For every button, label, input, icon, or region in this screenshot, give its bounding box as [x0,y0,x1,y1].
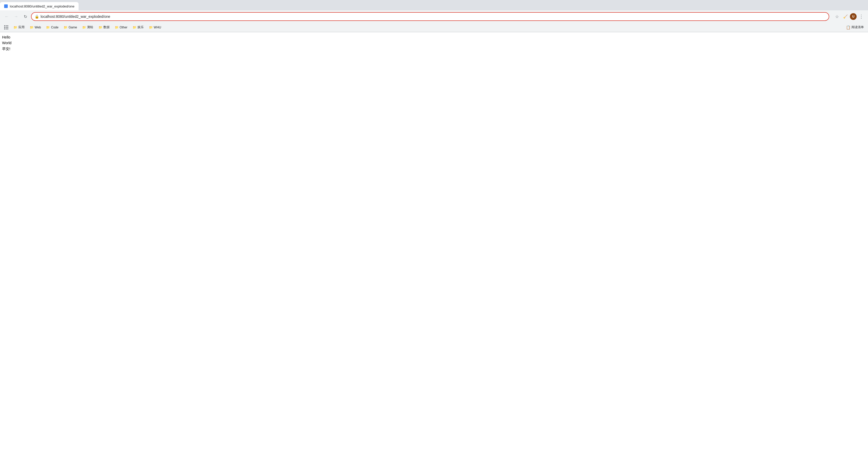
folder-icon-5: 📁 [98,26,102,29]
address-bar-container[interactable]: 🔒 [31,12,829,21]
apps-launcher-button[interactable] [2,24,10,31]
reading-list-label: 阅读清单 [851,25,864,29]
bookmark-label-2: Code [51,26,58,29]
page-content: Hello World 早安! [0,32,868,54]
folder-icon-3: 📁 [64,26,67,29]
folder-icon-2: 📁 [46,26,50,29]
reading-list-button[interactable]: 📋 阅读清单 [844,24,866,31]
folder-icon-0: 📁 [13,26,17,29]
bookmark-item-8[interactable]: 📁 WHU [147,25,163,30]
folder-icon-8: 📁 [149,26,153,29]
address-bar-row: ← → ↻ 🔒 ☆ 🧹 U ⋮ [0,10,868,23]
bookmark-label-4: 测绘 [87,25,93,29]
bookmark-star-button[interactable]: ☆ [833,13,841,20]
refresh-button[interactable]: ↻ [22,13,29,20]
bookmark-item-5[interactable]: 📁 数据 [96,24,112,31]
profile-avatar[interactable]: U [850,13,857,20]
bookmark-item-6[interactable]: 📁 Other [113,25,129,30]
menu-button[interactable]: ⋮ [858,13,865,20]
forward-icon: → [14,14,18,19]
browser-chrome: localhost:8080/untitled2_war_exploded/on… [0,0,868,32]
avatar-initial: U [852,15,855,18]
back-button[interactable]: ← [3,13,10,20]
page-line-2: 早安! [2,46,866,52]
page-line-0: Hello [2,34,866,40]
bookmark-label-7: 娱乐 [137,25,144,29]
tab-favicon [4,4,8,8]
bookmark-label-0: 应用 [18,25,25,29]
toolbar-right: ☆ 🧹 U ⋮ [833,13,865,20]
folder-icon-6: 📁 [115,26,119,29]
menu-icon: ⋮ [859,14,864,20]
bookmark-label-3: Game [68,26,77,29]
lock-icon: 🔒 [35,14,39,19]
refresh-icon: ↻ [24,14,27,19]
extension-icon: 🧹 [843,14,847,19]
star-icon: ☆ [835,14,839,19]
folder-icon-4: 📁 [82,26,86,29]
bookmark-label-1: Web [35,26,41,29]
bookmark-label-8: WHU [154,26,161,29]
bookmarks-right: 📋 阅读清单 [844,24,866,31]
bookmark-item-0[interactable]: 📁 应用 [11,24,27,31]
bookmark-item-7[interactable]: 📁 娱乐 [130,24,146,31]
bookmark-item-2[interactable]: 📁 Code [44,25,61,30]
tab-bar: localhost:8080/untitled2_war_exploded/on… [0,0,868,10]
apps-grid-icon [4,25,8,29]
page-line-1: World [2,40,866,46]
bookmark-item-1[interactable]: 📁 Web [28,25,43,30]
active-tab[interactable]: localhost:8080/untitled2_war_exploded/on… [0,2,79,10]
bookmark-label-6: Other [120,26,127,29]
folder-icon-7: 📁 [133,26,136,29]
back-icon: ← [5,14,9,19]
forward-button[interactable]: → [12,13,20,20]
bookmark-item-3[interactable]: 📁 Game [62,25,79,30]
extension-button[interactable]: 🧹 [842,13,849,20]
reading-list-icon: 📋 [846,25,850,29]
bookmarks-bar: 📁 应用 📁 Web 📁 Code 📁 Game 📁 测绘 📁 数据 📁 Oth… [0,23,868,32]
tab-title: localhost:8080/untitled2_war_exploded/on… [10,4,74,8]
address-bar-input[interactable] [40,14,824,19]
bookmark-label-5: 数据 [103,25,110,29]
folder-icon-1: 📁 [30,26,34,29]
bookmark-item-4[interactable]: 📁 测绘 [80,24,95,31]
